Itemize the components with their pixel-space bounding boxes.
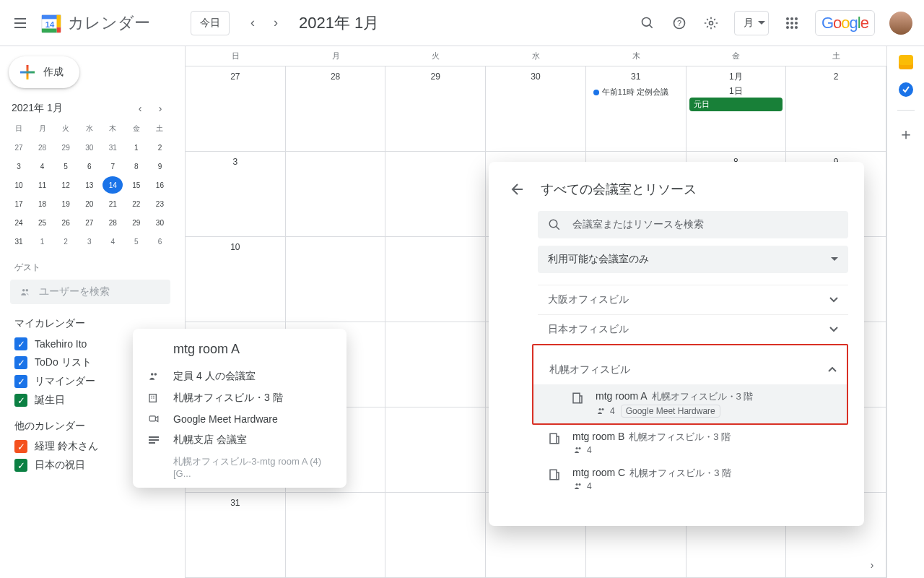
building-row-nihon[interactable]: 日本オフィスビル — [538, 314, 848, 344]
search-button[interactable] — [633, 9, 662, 38]
mini-cal-day[interactable]: 13 — [79, 176, 100, 194]
mini-cal-day[interactable]: 2 — [56, 233, 76, 250]
day-cell[interactable]: 31 — [186, 493, 286, 578]
day-cell[interactable]: 1月 1日元日 — [687, 66, 787, 152]
room-item-b[interactable]: mtg room B札幌オフィスビル・3 階 4 — [505, 425, 848, 461]
svg-point-26 — [576, 447, 578, 449]
mini-cal-day[interactable]: 27 — [9, 139, 29, 156]
view-select[interactable]: 月 — [734, 11, 769, 35]
search-icon — [548, 218, 561, 231]
day-cell[interactable] — [385, 407, 486, 493]
settings-button[interactable] — [697, 9, 725, 38]
help-button[interactable]: ? — [665, 9, 694, 38]
mini-cal-day[interactable]: 15 — [126, 176, 147, 194]
mini-cal-day[interactable]: 25 — [32, 214, 53, 231]
day-cell[interactable]: 10 — [186, 237, 286, 322]
mini-cal-day[interactable]: 4 — [103, 233, 123, 250]
event-chip[interactable]: 元日 — [689, 98, 783, 111]
mini-cal-day[interactable]: 14 — [103, 176, 123, 194]
main-menu-button[interactable] — [6, 9, 35, 38]
mini-cal-day[interactable]: 2 — [149, 139, 170, 156]
day-cell[interactable] — [286, 237, 386, 322]
mini-cal-day[interactable]: 10 — [9, 176, 29, 194]
apps-button[interactable] — [777, 9, 806, 38]
day-cell[interactable]: 29 — [385, 66, 486, 152]
event-chip[interactable]: 午前11時 定例会議 — [589, 85, 683, 99]
mini-cal-day[interactable]: 29 — [126, 214, 147, 231]
guest-search-input[interactable]: ユーザーを検索 — [10, 280, 170, 304]
day-cell[interactable] — [385, 322, 486, 407]
create-button[interactable]: 作成 — [9, 56, 79, 88]
mini-cal-day[interactable]: 7 — [103, 158, 123, 175]
building-row-sapporo[interactable]: 札幌オフィスビル — [539, 355, 847, 384]
tooltip-resource-id: 札幌オフィスビル-3-mtg room A (4) [G... — [173, 451, 334, 479]
tooltip-title: mtg room A — [173, 342, 334, 357]
mini-cal-day[interactable]: 17 — [9, 195, 29, 212]
day-cell[interactable]: 2 — [786, 66, 886, 152]
mini-next-button[interactable]: › — [152, 100, 169, 117]
mini-cal-day[interactable]: 1 — [32, 233, 53, 250]
room-search-placeholder: 会議室またはリソースを検索 — [572, 218, 704, 231]
day-cell[interactable] — [385, 493, 486, 578]
keep-icon[interactable] — [899, 55, 913, 69]
mini-cal-day[interactable]: 18 — [32, 195, 53, 212]
mini-cal-day[interactable]: 30 — [149, 214, 170, 231]
mini-cal-day[interactable]: 23 — [149, 195, 170, 212]
mini-cal-day[interactable]: 3 — [9, 158, 29, 175]
mini-cal-day[interactable]: 1 — [126, 139, 147, 156]
mini-cal-day[interactable]: 5 — [56, 158, 76, 175]
svg-rect-34 — [149, 416, 155, 421]
mini-cal-day[interactable]: 9 — [149, 158, 170, 175]
prev-month-button[interactable]: ‹ — [241, 12, 264, 35]
expand-corner-button[interactable]: › — [863, 556, 881, 574]
room-tooltip: mtg room A 定員 4 人の会議室 札幌オフィスビル・3 階 Googl… — [133, 329, 346, 488]
mini-cal-day[interactable]: 26 — [56, 214, 76, 231]
svg-point-21 — [549, 220, 557, 228]
mini-cal-day[interactable]: 21 — [103, 195, 123, 212]
calendar-main: 日月火水木金土 2728293031午前11時 定例会議1月 1日元日23891… — [185, 46, 886, 578]
mini-cal-day[interactable]: 4 — [32, 158, 53, 175]
mini-cal-day[interactable]: 20 — [79, 195, 100, 212]
mini-calendar[interactable]: 日月火水木金土272829303112345678910111213141516… — [6, 120, 175, 250]
mini-cal-day[interactable]: 12 — [56, 176, 76, 194]
mini-cal-day[interactable]: 30 — [79, 139, 100, 156]
mini-cal-day[interactable]: 6 — [79, 158, 100, 175]
room-item-a[interactable]: mtg room A札幌オフィスビル・3 階 4Google Meet Hard… — [533, 384, 847, 423]
mini-cal-day[interactable]: 16 — [149, 176, 170, 194]
room-item-c[interactable]: mtg room C札幌オフィスビル・3 階 4 — [505, 461, 848, 497]
day-cell[interactable] — [286, 152, 386, 237]
mini-cal-day[interactable]: 29 — [56, 139, 76, 156]
mini-cal-day[interactable]: 28 — [32, 139, 53, 156]
mini-cal-day[interactable]: 24 — [9, 214, 29, 231]
day-cell[interactable]: 30 — [486, 66, 586, 152]
building-row-osaka[interactable]: 大阪オフィスビル — [538, 285, 848, 314]
day-cell[interactable]: 3 — [186, 152, 286, 237]
back-button[interactable] — [505, 178, 528, 201]
day-cell[interactable]: 27 — [186, 66, 286, 152]
add-addon-button[interactable]: ＋ — [898, 124, 914, 145]
room-search-input[interactable]: 会議室またはリソースを検索 — [538, 211, 848, 238]
day-cell[interactable] — [286, 493, 386, 578]
chevron-down-icon — [829, 297, 838, 303]
mini-prev-button[interactable]: ‹ — [131, 100, 149, 117]
tasks-icon[interactable] — [899, 82, 913, 97]
day-cell[interactable] — [385, 152, 486, 237]
mini-cal-day[interactable]: 8 — [126, 158, 147, 175]
mini-cal-day[interactable]: 19 — [56, 195, 76, 212]
mini-cal-day[interactable]: 22 — [126, 195, 147, 212]
today-button[interactable]: 今日 — [191, 11, 230, 35]
day-cell[interactable]: 31午前11時 定例会議 — [586, 66, 687, 152]
day-cell[interactable]: 28 — [286, 66, 386, 152]
mini-cal-day[interactable]: 11 — [32, 176, 53, 194]
mini-cal-day[interactable]: 27 — [79, 214, 100, 231]
next-month-button[interactable]: › — [264, 12, 287, 35]
room-filter-select[interactable]: 利用可能な会議室のみ — [538, 246, 848, 273]
mini-cal-day[interactable]: 5 — [126, 233, 147, 250]
mini-cal-day[interactable]: 31 — [9, 233, 29, 250]
mini-cal-day[interactable]: 28 — [103, 214, 123, 231]
day-cell[interactable] — [385, 237, 486, 322]
mini-cal-day[interactable]: 3 — [79, 233, 100, 250]
mini-cal-day[interactable]: 6 — [149, 233, 170, 250]
mini-cal-day[interactable]: 31 — [103, 139, 123, 156]
account-avatar[interactable] — [889, 12, 912, 35]
